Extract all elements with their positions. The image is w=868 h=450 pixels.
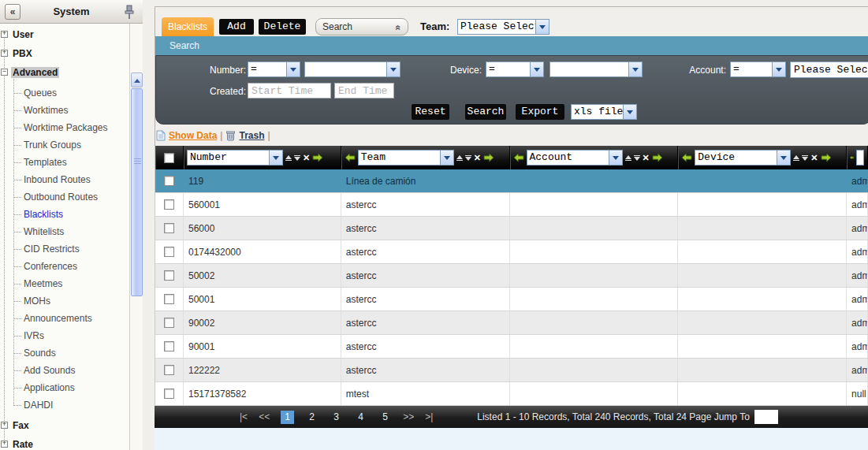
row-checkbox[interactable] — [164, 223, 174, 233]
table-row[interactable]: 90002asterccadm — [155, 311, 868, 335]
sort-asc-icon[interactable] — [456, 155, 463, 161]
end-time-input[interactable] — [334, 83, 394, 99]
expand-toggle-icon[interactable]: + — [1, 31, 8, 38]
table-row[interactable]: 56000asterccadm — [155, 217, 868, 240]
column-select-team[interactable]: Team — [358, 150, 454, 165]
expand-toggle-icon[interactable]: + — [1, 50, 8, 57]
table-row[interactable]: 560001asterccadm — [155, 193, 868, 217]
page-button-5[interactable]: 5 — [378, 411, 392, 424]
sort-desc-icon[interactable] — [634, 155, 640, 161]
sidebar-item-inbound-routes[interactable]: Inbound Routes — [0, 171, 129, 188]
move-column-left-icon[interactable] — [850, 153, 854, 162]
search-button[interactable]: Search — [465, 104, 506, 120]
sidebar-node-user[interactable]: +User — [0, 25, 129, 44]
export-button[interactable]: Export — [516, 104, 564, 120]
search-collapse-button[interactable]: Search « — [315, 18, 408, 35]
sidebar-item-cid-restricts[interactable]: CID Restricts — [0, 240, 129, 258]
column-select-partial[interactable] — [856, 150, 864, 165]
sidebar-item-conferences[interactable]: Conferences — [0, 258, 129, 275]
select-all-checkbox[interactable] — [164, 153, 174, 163]
page-button-1[interactable]: 1 — [281, 411, 294, 424]
page-button-4[interactable]: 4 — [354, 411, 367, 424]
sidebar-item-meetmes[interactable]: Meetmes — [0, 275, 129, 292]
column-select-account[interactable]: Account — [527, 150, 623, 165]
table-row[interactable]: 90001asterccadm — [155, 335, 868, 359]
table-row[interactable]: 15171378582mtestnull — [155, 382, 868, 406]
sidebar-item-outbound-routes[interactable]: Outbound Routes — [0, 188, 129, 206]
show-data-link[interactable]: Show Data — [169, 130, 217, 141]
sort-asc-icon[interactable] — [625, 155, 631, 161]
move-column-left-icon[interactable] — [681, 153, 692, 162]
column-select-device[interactable]: Device — [695, 150, 791, 165]
sidebar-node-rate[interactable]: +Rate — [0, 435, 129, 450]
page-button-2[interactable]: 2 — [305, 411, 319, 424]
remove-column-icon[interactable]: ✕ — [810, 153, 818, 162]
row-checkbox[interactable] — [164, 318, 174, 328]
search-section-header[interactable]: Search — [155, 36, 868, 55]
page-button-3[interactable]: 3 — [330, 411, 343, 424]
panel-splitter[interactable] — [143, 0, 155, 450]
row-checkbox[interactable] — [164, 365, 174, 375]
table-row[interactable]: 50001asterccadm — [155, 288, 868, 311]
move-column-right-icon[interactable] — [652, 153, 663, 162]
first-page-button[interactable]: |< — [240, 411, 248, 422]
sidebar-item-applications[interactable]: Applications — [0, 379, 129, 396]
jump-to-page-input[interactable] — [754, 410, 778, 424]
number-operator-select[interactable]: = — [248, 61, 300, 77]
device-operator-select[interactable]: = — [486, 61, 544, 77]
sidebar-node-fax[interactable]: +Fax — [0, 416, 129, 435]
sidebar-item-mohs[interactable]: MOHs — [0, 292, 129, 310]
add-button[interactable]: Add — [219, 19, 254, 35]
row-checkbox[interactable] — [164, 270, 174, 281]
export-format-select[interactable]: xls file — [571, 104, 637, 120]
account-value-select[interactable]: Please Select — [790, 61, 868, 78]
remove-column-icon[interactable]: ✕ — [474, 153, 481, 162]
reset-button[interactable]: Reset — [412, 104, 449, 120]
sidebar-item-blacklists[interactable]: Blacklists — [0, 206, 129, 223]
row-checkbox[interactable] — [164, 176, 174, 186]
start-time-input[interactable] — [248, 83, 331, 99]
prev-page-button[interactable]: << — [259, 411, 270, 422]
sort-desc-icon[interactable] — [802, 155, 808, 161]
sidebar-node-pbx[interactable]: +PBX — [0, 44, 129, 63]
table-row[interactable]: 50002asterccadm — [155, 264, 868, 288]
sidebar-item-worktimes[interactable]: Worktimes — [0, 102, 129, 119]
table-row[interactable]: 122222asterccadm — [155, 359, 868, 382]
sidebar-item-announcements[interactable]: Announcements — [0, 310, 129, 327]
pin-icon[interactable] — [122, 4, 136, 20]
expand-toggle-icon[interactable]: + — [1, 422, 8, 429]
sidebar-item-queues[interactable]: Queues — [0, 84, 129, 102]
delete-button[interactable]: Delete — [259, 19, 306, 35]
account-operator-select[interactable]: = — [730, 61, 786, 77]
sidebar-item-whitelists[interactable]: Whitelists — [0, 223, 129, 240]
sidebar-item-ivrs[interactable]: IVRs — [0, 327, 129, 344]
move-column-left-icon[interactable] — [513, 153, 524, 162]
table-row[interactable]: 119Línea de camiónadm — [155, 169, 868, 193]
last-page-button[interactable]: >| — [425, 411, 433, 422]
device-value-combobox[interactable] — [549, 61, 643, 77]
sidebar-item-worktime-packages[interactable]: Worktime Packages — [0, 119, 129, 136]
sort-desc-icon[interactable] — [294, 155, 300, 161]
move-column-right-icon[interactable] — [483, 153, 494, 162]
remove-column-icon[interactable]: ✕ — [643, 153, 650, 162]
trash-link[interactable]: Trash — [239, 130, 264, 141]
expand-toggle-icon[interactable]: + — [1, 441, 8, 448]
move-column-right-icon[interactable] — [821, 153, 832, 162]
scroll-up-icon[interactable] — [131, 73, 143, 87]
sidebar-scrollbar[interactable] — [129, 24, 143, 450]
row-checkbox[interactable] — [164, 199, 174, 210]
sidebar-item-templates[interactable]: Templates — [0, 154, 129, 171]
sidebar-node-advanced[interactable]: −Advanced — [0, 63, 129, 82]
collapse-toggle-icon[interactable]: − — [1, 69, 8, 76]
table-row[interactable]: 0174432000asterccadm — [155, 240, 868, 264]
move-column-right-icon[interactable] — [312, 153, 323, 162]
sidebar-item-sounds[interactable]: Sounds — [0, 344, 129, 362]
row-checkbox[interactable] — [164, 294, 174, 304]
row-checkbox[interactable] — [164, 389, 174, 399]
sidebar-item-trunk-groups[interactable]: Trunk Groups — [0, 136, 129, 154]
next-page-button[interactable]: >> — [403, 411, 414, 422]
move-column-left-icon[interactable] — [345, 153, 356, 162]
sidebar-item-dahdi[interactable]: DAHDI — [0, 396, 129, 414]
team-select[interactable]: Please Select — [457, 19, 549, 35]
scrollbar-thumb[interactable] — [131, 88, 143, 296]
